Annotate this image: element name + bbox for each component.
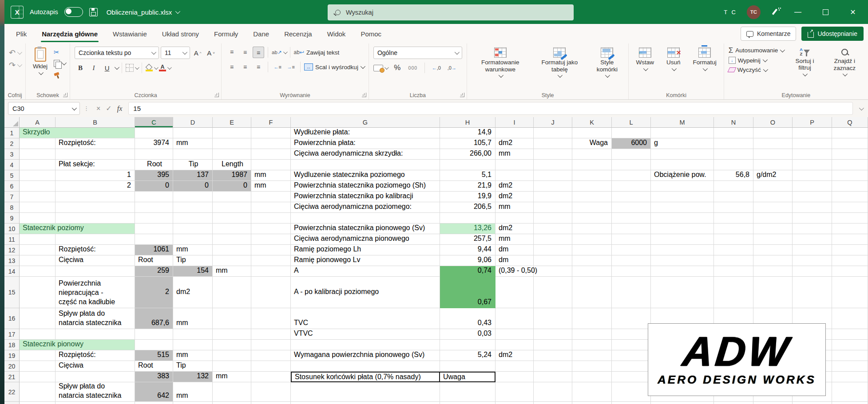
cell-F23[interactable] [251,402,291,404]
cell-F20[interactable] [251,361,291,372]
paste-button[interactable]: Wklej [30,47,50,76]
cell-D21[interactable]: 132 [173,372,213,382]
cell-N2[interactable] [714,138,753,149]
cell-I17[interactable] [495,329,534,340]
cell-K5[interactable] [572,170,612,181]
cell-A8[interactable] [20,202,55,213]
cell-L12[interactable] [612,245,651,255]
cell-C11[interactable] [135,234,173,245]
find-select-button[interactable]: Znajdź i zaznacz [826,47,864,77]
cell-H23[interactable] [440,402,495,404]
cell-P15[interactable] [793,277,832,308]
cell-L11[interactable] [612,234,651,245]
cell-I20[interactable] [495,361,534,372]
cell-J7[interactable] [534,192,572,202]
cell-J6[interactable] [534,181,572,192]
cell-J17[interactable] [534,329,572,340]
cell-P3[interactable] [793,149,832,160]
cell-P10[interactable] [793,224,832,234]
row-header-11[interactable]: 11 [4,234,20,245]
cell-G12[interactable]: Ramię poziomego Lh [291,245,440,255]
cell-P9[interactable] [793,213,832,224]
autosave-toggle[interactable] [64,7,83,17]
expand-formula-bar-icon[interactable] [859,105,864,110]
tab-widok[interactable]: Widok [327,24,346,43]
cell-Q7[interactable] [832,192,868,202]
cell-Q2[interactable] [832,138,868,149]
cell-H3[interactable]: 266,00 [440,149,495,160]
cell-N6[interactable] [714,181,753,192]
cell-M15[interactable] [651,277,714,308]
save-icon[interactable] [89,8,98,16]
select-all-corner[interactable] [4,117,20,128]
cell-Q17[interactable] [832,329,868,340]
cell-E10[interactable] [213,224,251,234]
cell-H18[interactable] [440,340,495,350]
underline-button[interactable]: U [101,62,113,74]
cell-C1[interactable] [135,128,173,138]
cell-G5[interactable]: Wydluzenie statecznika poziomego [291,170,440,181]
cell-D6[interactable]: 0 [173,181,213,192]
workbook-title[interactable]: Obliczenia_public.xlsx [107,8,179,16]
cell-F3[interactable] [251,149,291,160]
cancel-entry-icon[interactable]: × [96,105,100,113]
cell-D2[interactable]: mm [173,138,213,149]
align-center-button[interactable]: ≡ [239,61,251,73]
col-header-E[interactable]: E [213,117,251,128]
minimize-button[interactable]: — [789,0,807,24]
cell-D18[interactable] [173,340,213,350]
cell-F19[interactable] [251,350,291,361]
cell-C21[interactable]: 383 [135,372,173,382]
cell-L1[interactable] [612,128,651,138]
format-as-table-button[interactable]: Formatuj jako tabelę [535,47,584,78]
cell-K23[interactable] [572,402,612,404]
cell-G1[interactable]: Wydłużenie płata: [291,128,440,138]
cell-J22[interactable] [534,382,572,402]
row-header-1[interactable]: 1 [4,128,20,138]
cell-D20[interactable]: Tip [173,361,213,372]
align-bottom-button[interactable]: ≡ [253,47,264,58]
cell-E11[interactable] [213,234,251,245]
cell-K7[interactable] [572,192,612,202]
cell-P8[interactable] [793,202,832,213]
cell-I11[interactable]: mm [495,234,534,245]
cell-B5[interactable]: 1 [55,170,135,181]
cell-M7[interactable] [651,192,714,202]
row-header-17[interactable]: 17 [4,329,20,340]
row-header-8[interactable]: 8 [4,202,20,213]
tab-narzędzia-główne[interactable]: Narzędzia główne [42,24,98,43]
cell-B6[interactable]: 2 [55,181,135,192]
col-header-O[interactable]: O [753,117,793,128]
cell-M3[interactable] [651,149,714,160]
cell-A21[interactable] [20,372,55,382]
cell-J4[interactable] [534,160,572,170]
autosum-button[interactable]: ΣAutosumowanie [729,47,784,54]
col-header-Q[interactable]: Q [832,117,868,128]
cell-F15[interactable] [251,277,291,308]
cell-N14[interactable] [714,266,753,277]
cell-I1[interactable] [495,128,534,138]
increase-font-button[interactable]: A^ [192,47,203,59]
cell-Q21[interactable] [832,372,868,382]
cell-C14[interactable]: 259 [135,266,173,277]
cell-I6[interactable]: dm2 [495,181,534,192]
cell-D11[interactable] [173,234,213,245]
cell-F4[interactable] [251,160,291,170]
cell-M6[interactable] [651,181,714,192]
cell-F17[interactable] [251,329,291,340]
cell-F14[interactable] [251,266,291,277]
cell-A2[interactable] [20,138,55,149]
tab-wstawianie[interactable]: Wstawianie [113,24,147,43]
decrease-decimal-button[interactable]: ,0→ [446,62,458,74]
cell-I21[interactable] [495,372,534,382]
cell-G13[interactable]: Ramię pionowego Lv [291,255,440,266]
row-header-15[interactable]: 15 [4,277,20,308]
cell-E14[interactable]: mm [213,266,251,277]
cell-A17[interactable] [20,329,55,340]
cell-J3[interactable] [534,149,572,160]
cell-G11[interactable]: Cięciwa aerodynamiczna pionowego [291,234,440,245]
cell-B3[interactable] [55,149,135,160]
cell-C7[interactable] [135,192,173,202]
cell-O9[interactable] [753,213,793,224]
cell-B15[interactable]: Powierzchnia niepracująca - część na kad… [55,277,135,308]
